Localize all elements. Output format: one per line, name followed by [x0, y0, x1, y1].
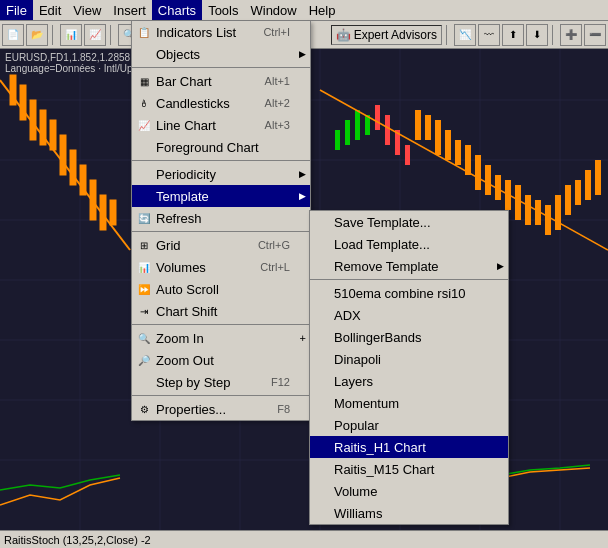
chart-shift-icon: ⇥ [136, 303, 152, 319]
svg-rect-29 [355, 110, 360, 140]
svg-rect-26 [110, 200, 116, 225]
menu-template-popular[interactable]: Popular [310, 414, 508, 436]
volumes-icon: 📊 [136, 259, 152, 275]
menu-window[interactable]: Window [244, 0, 302, 20]
expert-advisors-icon: 🤖 [336, 28, 351, 42]
svg-rect-39 [455, 140, 461, 165]
menu-bar-chart[interactable]: ▦ Bar Chart Alt+1 [132, 70, 310, 92]
menu-template[interactable]: Template [132, 185, 310, 207]
menu-template-raitis-h1[interactable]: Raitis_H1 Chart [310, 436, 508, 458]
menu-periodicity[interactable]: Periodicity [132, 163, 310, 185]
menu-template-raitis-m15[interactable]: Raitis_M15 Chart [310, 458, 508, 480]
svg-rect-34 [405, 145, 410, 165]
sep2 [132, 160, 310, 161]
bar-chart-icon: ▦ [136, 73, 152, 89]
menu-template-layers[interactable]: Layers [310, 370, 508, 392]
menu-volumes[interactable]: 📊 Volumes Ctrl+L [132, 256, 310, 278]
toolbar-open[interactable]: 📂 [26, 24, 48, 46]
menu-template-momentum[interactable]: Momentum [310, 392, 508, 414]
svg-rect-22 [70, 150, 76, 185]
svg-rect-32 [385, 115, 390, 145]
toolbar-chart1[interactable]: 📊 [60, 24, 82, 46]
menu-template-adx[interactable]: ADX [310, 304, 508, 326]
menu-objects[interactable]: Objects [132, 43, 310, 65]
svg-rect-18 [30, 100, 36, 140]
menu-indicators-list[interactable]: 📋 Indicators List Ctrl+I [132, 21, 310, 43]
svg-rect-42 [485, 165, 491, 195]
svg-rect-49 [555, 195, 561, 230]
svg-rect-36 [425, 115, 431, 140]
menu-line-chart[interactable]: 📈 Line Chart Alt+3 [132, 114, 310, 136]
chart-label: EURUSD,FD1,1.852,1.2858Language=Données … [5, 52, 152, 74]
menu-refresh[interactable]: 🔄 Refresh [132, 207, 310, 229]
svg-rect-25 [100, 195, 106, 230]
template-dropdown: Save Template... Load Template... Remove… [309, 210, 509, 525]
menu-view[interactable]: View [67, 0, 107, 20]
step-icon [136, 374, 152, 390]
menu-template-williams[interactable]: Williams [310, 502, 508, 524]
menu-help[interactable]: Help [303, 0, 342, 20]
menu-tools[interactable]: Tools [202, 0, 244, 20]
menu-candlesticks[interactable]: 🕯 Candlesticks Alt+2 [132, 92, 310, 114]
menu-step-by-step[interactable]: Step by Step F12 [132, 371, 310, 393]
auto-scroll-icon: ⏩ [136, 281, 152, 297]
menu-load-template[interactable]: Load Template... [310, 233, 508, 255]
menu-chart-shift[interactable]: ⇥ Chart Shift [132, 300, 310, 322]
toolbar-indicator3[interactable]: ⬆ [502, 24, 524, 46]
svg-rect-37 [435, 120, 441, 155]
menu-zoom-in[interactable]: 🔍 Zoom In + [132, 327, 310, 349]
menu-auto-scroll[interactable]: ⏩ Auto Scroll [132, 278, 310, 300]
line-chart-icon: 📈 [136, 117, 152, 133]
svg-rect-31 [375, 105, 380, 130]
objects-icon [136, 46, 152, 62]
toolbar-sep4 [446, 25, 450, 45]
menu-edit[interactable]: Edit [33, 0, 67, 20]
sep3 [132, 231, 310, 232]
toolbar-indicator1[interactable]: 📉 [454, 24, 476, 46]
menu-foreground-chart[interactable]: Foreground Chart [132, 136, 310, 158]
menu-template-volume[interactable]: Volume [310, 480, 508, 502]
svg-rect-16 [10, 75, 16, 105]
toolbar-zoomin2[interactable]: ➕ [560, 24, 582, 46]
template-sep1 [310, 279, 508, 280]
toolbar-zoomout2[interactable]: ➖ [584, 24, 606, 46]
menu-template-dinapoli[interactable]: Dinapoli [310, 348, 508, 370]
sep1 [132, 67, 310, 68]
svg-rect-46 [525, 195, 531, 225]
menu-file[interactable]: File [0, 0, 33, 20]
foreground-chart-icon [136, 139, 152, 155]
menu-charts[interactable]: Charts [152, 0, 202, 20]
indicators-list-icon: 📋 [136, 24, 152, 40]
toolbar-chart2[interactable]: 📈 [84, 24, 106, 46]
sep5 [132, 395, 310, 396]
candlesticks-icon: 🕯 [136, 95, 152, 111]
toolbar-sep5 [552, 25, 556, 45]
sep4 [132, 324, 310, 325]
menu-remove-template[interactable]: Remove Template [310, 255, 508, 277]
menu-grid[interactable]: ⊞ Grid Ctrl+G [132, 234, 310, 256]
expert-advisors-label: Expert Advisors [354, 28, 437, 42]
svg-rect-53 [595, 160, 601, 195]
svg-rect-51 [575, 180, 581, 205]
toolbar-sep2 [110, 25, 114, 45]
menu-template-510ema[interactable]: 510ema combine rsi10 [310, 282, 508, 304]
menu-save-template[interactable]: Save Template... [310, 211, 508, 233]
menu-template-bollinger[interactable]: BollingerBands [310, 326, 508, 348]
zoom-in-icon: 🔍 [136, 330, 152, 346]
menu-properties[interactable]: ⚙ Properties... F8 [132, 398, 310, 420]
svg-rect-38 [445, 130, 451, 160]
menu-zoom-out[interactable]: 🔎 Zoom Out [132, 349, 310, 371]
toolbar-new[interactable]: 📄 [2, 24, 24, 46]
svg-rect-45 [515, 185, 521, 220]
toolbar-indicator4[interactable]: ⬇ [526, 24, 548, 46]
svg-rect-52 [585, 170, 591, 200]
svg-rect-48 [545, 205, 551, 235]
svg-rect-27 [335, 130, 340, 150]
svg-rect-21 [60, 135, 66, 175]
menubar: File Edit View Insert Charts Tools Windo… [0, 0, 608, 21]
svg-rect-20 [50, 120, 56, 150]
toolbar-indicator2[interactable]: 〰 [478, 24, 500, 46]
statusbar-text: RaitisStoch (13,25,2,Close) -2 [4, 534, 151, 546]
menu-insert[interactable]: Insert [107, 0, 152, 20]
svg-rect-28 [345, 120, 350, 145]
